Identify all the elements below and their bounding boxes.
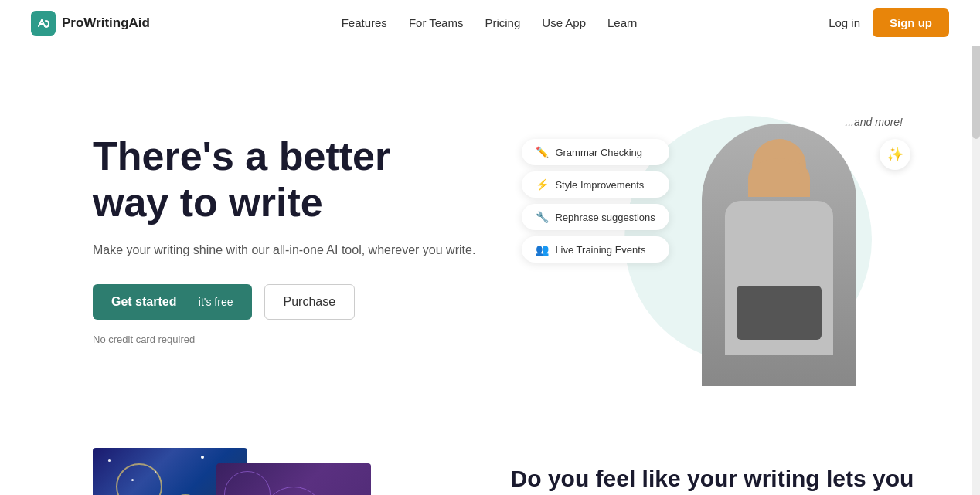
brand-name: ProWritingAid (62, 15, 150, 31)
hero-title: There's a better way to write (93, 134, 479, 226)
second-section-right: Do you feel like your writing lets you d… (511, 448, 918, 495)
feature-card-rephrase: 🔧 Rephrase suggestions (522, 204, 669, 230)
navbar: ProWritingAid Features For Teams Pricing… (0, 0, 980, 46)
nav-features[interactable]: Features (342, 16, 387, 29)
second-section: My idea in my head Do you feel like your… (0, 417, 980, 495)
logo-icon (31, 11, 56, 36)
nav-for-teams[interactable]: For Teams (409, 16, 464, 29)
login-button[interactable]: Log in (829, 16, 860, 29)
signup-button[interactable]: Sign up (873, 8, 949, 37)
feature-card-grammar: ✏️ Grammar Checking (522, 139, 669, 165)
hero-buttons: Get started — it's free Purchase (93, 284, 479, 320)
nav-learn[interactable]: Learn (607, 16, 637, 29)
laptop-icon (737, 286, 822, 340)
nav-use-app[interactable]: Use App (542, 16, 586, 29)
person-body (725, 201, 833, 355)
more-badge: ...and more! (845, 116, 903, 128)
hero-left: There's a better way to write Make your … (93, 134, 479, 346)
nav-links: Features For Teams Pricing Use App Learn (342, 16, 638, 30)
spark-badge: ✨ (880, 139, 910, 170)
hero-person-illustration (702, 124, 856, 386)
purple-circle-1 (263, 487, 325, 495)
training-icon: 👥 (536, 243, 549, 256)
nav-actions: Log in Sign up (829, 8, 949, 37)
scrollbar[interactable] (972, 0, 980, 495)
hero-subtitle: Make your writing shine with our all-in-… (93, 241, 479, 259)
feature-card-training: 👥 Live Training Events (522, 236, 669, 263)
person-head (752, 139, 806, 193)
hero-illustration: ✏️ Grammar Checking ⚡ Style Improvements… (522, 93, 918, 386)
hero-section: There's a better way to write Make your … (0, 46, 980, 417)
art-container: My idea in my head (93, 448, 356, 495)
feature-card-style: ⚡ Style Improvements (522, 171, 669, 198)
purple-art (216, 463, 371, 495)
no-credit-text: No credit card required (93, 334, 479, 345)
get-started-button[interactable]: Get started — it's free (93, 284, 252, 320)
feature-cards: ✏️ Grammar Checking ⚡ Style Improvements… (522, 139, 669, 263)
nav-pricing[interactable]: Pricing (485, 16, 520, 29)
purple-circle-3 (224, 471, 271, 495)
second-section-left: My idea in my head (93, 448, 464, 495)
purchase-button[interactable]: Purchase (264, 284, 356, 320)
second-title: Do you feel like your writing lets you d… (511, 463, 918, 495)
rephrase-icon: 🔧 (536, 211, 549, 223)
grammar-icon: ✏️ (536, 146, 549, 158)
style-icon: ⚡ (536, 178, 549, 191)
brand-logo[interactable]: ProWritingAid (31, 11, 150, 36)
